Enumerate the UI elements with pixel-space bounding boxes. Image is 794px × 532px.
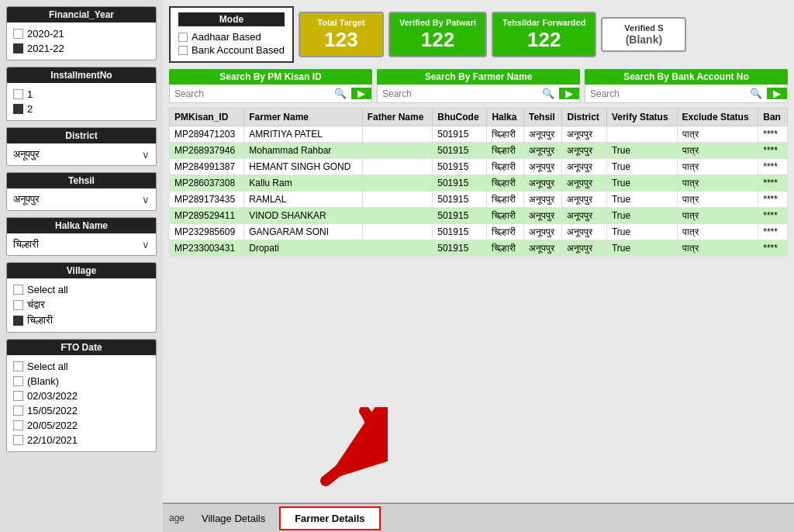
table-row[interactable]: MP284991387HEMANT SINGH GOND501915चिल्हा…	[170, 159, 788, 175]
fto-date2-row[interactable]: 15/05/2022	[13, 403, 150, 418]
table-cell: 501915	[433, 192, 487, 208]
search-bank-account: Search By Bank Account No 🔍 ▶	[585, 69, 788, 103]
table-cell: MP233003431	[170, 240, 244, 257]
table-cell: पात्र	[677, 192, 758, 208]
district-chevron-down-icon[interactable]: ∨	[142, 149, 150, 161]
table-cell: GANGARAM SONI	[244, 224, 362, 240]
mode-aadhaar-row[interactable]: Aadhaar Based	[178, 30, 285, 43]
table-row[interactable]: MP232985609GANGARAM SONI501915चिल्हारीअन…	[170, 224, 788, 240]
mode-bank-label: Bank Account Based	[192, 44, 285, 56]
table-row[interactable]: MP289173435RAMLAL501915चिल्हारीअनूपपुरअन…	[170, 192, 788, 208]
inst-1-row[interactable]: 1	[13, 87, 150, 102]
table-cell: True	[606, 175, 677, 192]
fy-2020-21-row[interactable]: 2020-21	[13, 26, 150, 41]
search-bank-icon[interactable]: 🔍	[745, 85, 767, 102]
col-district: District	[562, 109, 606, 126]
col-verify-status: Verify Status	[606, 109, 677, 126]
search-farmer-name-input[interactable]	[378, 85, 537, 102]
fy-2020-21-label: 2020-21	[27, 28, 64, 40]
inst-1-checkbox[interactable]	[13, 89, 23, 99]
fto-date1-row[interactable]: 02/03/2022	[13, 389, 150, 403]
fto-date4-checkbox[interactable]	[13, 435, 23, 445]
search-farmer-button[interactable]: ▶	[559, 88, 579, 99]
table-cell: MP289529411	[170, 208, 244, 224]
table-cell: True	[606, 240, 677, 257]
search-pm-kisan-input[interactable]	[170, 85, 330, 102]
table-row[interactable]: MP268937946Mohammad Rahbar501915चिल्हारी…	[170, 143, 788, 159]
fto-date3-checkbox[interactable]	[13, 420, 23, 430]
fto-date1-checkbox[interactable]	[13, 391, 23, 401]
village-chandwar-row[interactable]: चंद्वार	[13, 297, 150, 313]
table-cell: AMRITIYA PATEL	[244, 126, 362, 143]
table-cell: अनूपपुर	[524, 192, 562, 208]
table-row[interactable]: MP289471203AMRITIYA PATEL501915चिल्हारीअ…	[170, 126, 788, 143]
tehsil-dropdown[interactable]: अनूपपुर ∨	[7, 188, 156, 210]
verified-patwari-title: Verified By Patwari	[399, 18, 476, 27]
total-target-title: Total Target	[309, 18, 373, 27]
inst-2-row[interactable]: 2	[13, 102, 150, 116]
fto-blank-row[interactable]: (Blank)	[13, 374, 150, 389]
table-cell: अनूपपुर	[524, 143, 562, 159]
verified-patwari-card: Verified By Patwari 122	[388, 12, 487, 57]
fto-date2-checkbox[interactable]	[13, 406, 23, 416]
table-cell: अनूपपुर	[524, 240, 562, 257]
village-select-all-checkbox[interactable]	[13, 285, 23, 295]
fy-2021-22-checkbox[interactable]	[13, 43, 23, 54]
table-cell: ****	[758, 240, 788, 257]
table-cell: MP289173435	[170, 192, 244, 208]
table-cell: चिल्हारी	[487, 224, 524, 240]
inst-2-checkbox[interactable]	[13, 104, 23, 114]
col-tehsil: Tehsil	[524, 109, 562, 126]
col-exclude-status: Exclude Status	[677, 109, 758, 126]
search-pm-kisan-icon[interactable]: 🔍	[330, 85, 351, 102]
table-cell: Kallu Ram	[244, 175, 362, 192]
table-cell: True	[606, 192, 677, 208]
search-farmer-icon[interactable]: 🔍	[537, 85, 559, 102]
table-cell	[362, 208, 433, 224]
table-cell: चिल्हारी	[487, 175, 524, 192]
fto-blank-checkbox[interactable]	[13, 376, 23, 386]
table-cell: पात्र	[677, 224, 758, 240]
mode-title: Mode	[178, 12, 285, 26]
search-bank-account-input[interactable]	[585, 85, 745, 102]
tab-village-details[interactable]: Village Details	[188, 508, 279, 529]
fy-2021-22-label: 2021-22	[27, 43, 64, 54]
halka-chevron-down-icon[interactable]: ∨	[142, 239, 150, 250]
mode-aadhaar-checkbox[interactable]	[178, 33, 188, 42]
fto-select-all-checkbox[interactable]	[13, 361, 23, 371]
table-row[interactable]: MP286037308Kallu Ram501915चिल्हारीअनूपपु…	[170, 175, 788, 192]
table-cell: अनूपपुर	[562, 143, 606, 159]
fy-2020-21-checkbox[interactable]	[13, 29, 23, 39]
tab-farmer-details[interactable]: Farmer Details	[279, 506, 380, 530]
table-cell: अनूपपुर	[562, 224, 606, 240]
fy-2021-22-row[interactable]: 2021-22	[13, 41, 150, 56]
table-cell: Mohammad Rahbar	[244, 143, 362, 159]
district-dropdown[interactable]: अनूपपुर ∨	[7, 143, 156, 165]
village-chandwar-label: चंद्वार	[27, 299, 45, 311]
village-select-all-row[interactable]: Select all	[13, 282, 150, 297]
village-chandwar-checkbox[interactable]	[13, 300, 23, 310]
fto-date3-row[interactable]: 20/05/2022	[13, 418, 150, 433]
bottom-tabs: age Village Details Farmer Details	[163, 503, 794, 532]
table-cell: अनूपपुर	[524, 224, 562, 240]
village-filter: Village Select all चंद्वार चिल्हारी	[6, 262, 157, 333]
district-filter: District अनूपपुर ∨	[6, 127, 157, 166]
table-row[interactable]: MP289529411VINOD SHANKAR501915चिल्हारीअन…	[170, 208, 788, 224]
table-cell: चिल्हारी	[487, 192, 524, 208]
table-cell: HEMANT SINGH GOND	[244, 159, 362, 175]
mode-bank-checkbox[interactable]	[178, 46, 188, 55]
village-chilhari-checkbox[interactable]	[13, 316, 23, 326]
halka-dropdown[interactable]: चिल्हारी ∨	[7, 233, 156, 255]
mode-bank-row[interactable]: Bank Account Based	[178, 43, 285, 57]
village-chilhari-row[interactable]: चिल्हारी	[13, 313, 150, 328]
search-pm-kisan-button[interactable]: ▶	[351, 88, 371, 99]
table-cell: 501915	[433, 224, 487, 240]
search-bank-button[interactable]: ▶	[767, 88, 787, 99]
financial-year-title: Financial_Year	[7, 7, 156, 22]
fto-select-all-row[interactable]: Select all	[13, 359, 150, 374]
village-title: Village	[7, 263, 156, 278]
fto-date4-row[interactable]: 22/10/2021	[13, 433, 150, 447]
table-row[interactable]: MP233003431Dropati501915चिल्हारीअनूपपुरअ…	[170, 240, 788, 257]
tehsil-chevron-down-icon[interactable]: ∨	[142, 194, 150, 206]
tehsil-value: अनूपपुर	[13, 193, 40, 206]
